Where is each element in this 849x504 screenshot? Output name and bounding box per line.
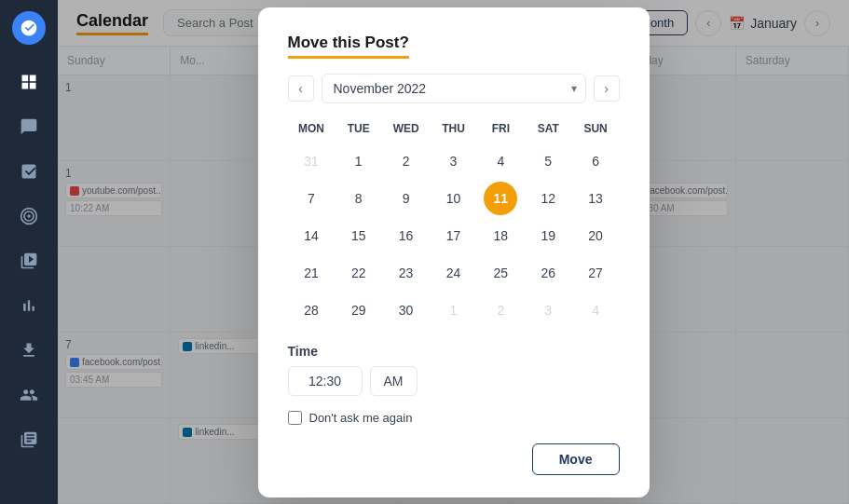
cal-day-18[interactable]: 18	[484, 219, 517, 252]
cal-day-8[interactable]: 8	[342, 182, 376, 215]
month-picker: ‹ January 2022 February 2022 March 2022 …	[288, 74, 620, 103]
cal-day-13[interactable]: 13	[579, 182, 612, 215]
sidebar-item-media[interactable]	[10, 242, 48, 279]
modal-title: Move this Post?	[288, 34, 409, 59]
dont-ask-row: Don't ask me again	[288, 411, 620, 425]
day-header-fri: FRI	[477, 118, 525, 139]
cal-day-2-next[interactable]: 2	[484, 293, 517, 327]
day-header-sun: SUN	[572, 118, 620, 139]
cal-day-27[interactable]: 27	[579, 256, 612, 290]
sidebar-item-reports[interactable]	[10, 287, 48, 324]
sidebar-item-library[interactable]	[10, 421, 48, 458]
svg-point-2	[27, 214, 30, 217]
cal-day-16[interactable]: 16	[390, 219, 423, 252]
day-header-wed: WED	[382, 118, 430, 139]
time-value-input[interactable]	[288, 366, 363, 396]
ampm-button[interactable]: AM	[370, 366, 418, 396]
move-button[interactable]: Move	[532, 443, 620, 475]
day-header-tue: TUE	[335, 118, 382, 139]
day-header-sat: SAT	[525, 118, 572, 139]
day-header-thu: THU	[430, 118, 477, 139]
cal-day-3-next[interactable]: 3	[531, 293, 565, 327]
cal-day-19[interactable]: 19	[531, 219, 565, 252]
cal-day-14[interactable]: 14	[294, 219, 328, 252]
cal-day-25[interactable]: 25	[484, 256, 517, 290]
time-section: Time AM	[288, 344, 620, 396]
time-label: Time	[288, 344, 620, 359]
cal-day-17[interactable]: 17	[436, 219, 470, 252]
cal-day-7[interactable]: 7	[294, 182, 328, 215]
cal-day-3[interactable]: 3	[436, 144, 470, 178]
cal-day-20[interactable]: 20	[579, 219, 612, 252]
sidebar-item-team[interactable]	[10, 376, 48, 414]
modal-calendar-grid: 31 1 2 3 4 5 6 7 8 9 10 11 12 13 14 15 1…	[288, 143, 620, 329]
cal-day-12[interactable]: 12	[531, 182, 565, 215]
sidebar-item-download[interactable]	[10, 332, 48, 369]
cal-day-22[interactable]: 22	[342, 256, 376, 290]
cal-day-9[interactable]: 9	[390, 182, 423, 215]
time-inputs: AM	[288, 366, 620, 396]
cal-day-30[interactable]: 30	[390, 293, 423, 327]
cal-day-26[interactable]: 26	[531, 256, 565, 290]
sidebar	[0, 0, 58, 504]
cal-day-2[interactable]: 2	[390, 144, 423, 178]
modal-footer: Move	[288, 443, 620, 475]
sidebar-item-messages[interactable]	[10, 108, 48, 145]
day-header-mon: MON	[288, 118, 335, 139]
cal-day-4[interactable]: 4	[484, 144, 517, 178]
month-select-wrap: January 2022 February 2022 March 2022 Ap…	[322, 74, 586, 103]
cal-day-21[interactable]: 21	[294, 256, 328, 290]
modal-day-headers: MON TUE WED THU FRI SAT SUN	[288, 118, 620, 139]
cal-day-23[interactable]: 23	[390, 256, 423, 290]
cal-day-6[interactable]: 6	[579, 144, 612, 178]
dont-ask-label[interactable]: Don't ask me again	[309, 411, 413, 425]
cal-day-10[interactable]: 10	[436, 182, 470, 215]
cal-day-1-next[interactable]: 1	[436, 293, 470, 327]
sidebar-item-analytics[interactable]	[10, 153, 48, 190]
dont-ask-checkbox[interactable]	[288, 411, 302, 425]
cal-day-4-next[interactable]: 4	[579, 293, 612, 327]
next-month-nav-button[interactable]: ›	[594, 75, 620, 102]
sidebar-item-target[interactable]	[10, 198, 48, 235]
month-select[interactable]: January 2022 February 2022 March 2022 Ap…	[322, 74, 586, 103]
cal-day-5[interactable]: 5	[531, 144, 565, 178]
sidebar-item-dashboard[interactable]	[10, 63, 48, 101]
main-content: Calendar Day Week Month ‹ 📅 January › Su…	[58, 0, 849, 504]
cal-day-11[interactable]: 11	[484, 182, 517, 215]
cal-day-1[interactable]: 1	[342, 144, 376, 178]
sidebar-logo[interactable]	[12, 11, 46, 45]
cal-day-31[interactable]: 31	[294, 144, 328, 178]
cal-day-29[interactable]: 29	[342, 293, 376, 327]
move-post-modal: Move this Post? ‹ January 2022 February …	[258, 7, 650, 497]
modal-overlay: Move this Post? ‹ January 2022 February …	[58, 0, 849, 504]
cal-day-28[interactable]: 28	[294, 293, 328, 327]
prev-month-nav-button[interactable]: ‹	[288, 75, 314, 102]
cal-day-24[interactable]: 24	[436, 256, 470, 290]
cal-day-15[interactable]: 15	[342, 219, 376, 252]
